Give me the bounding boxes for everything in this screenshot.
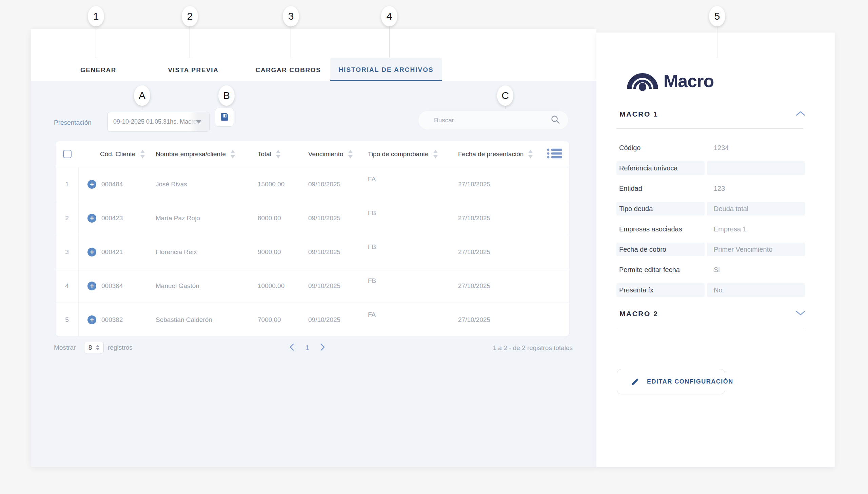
field-value: Primer Vencimiento xyxy=(707,243,805,256)
header-vencimiento[interactable]: Vencimiento xyxy=(308,150,368,158)
sort-icon[interactable] xyxy=(230,150,235,158)
divider xyxy=(616,328,803,328)
total-cell: 7000.00 xyxy=(258,316,308,324)
sort-icon[interactable] xyxy=(276,150,280,158)
field-row: Presenta fx No xyxy=(616,283,805,297)
table-row[interactable]: 3 + 000421 Florencia Reix 9000.00 09/10/… xyxy=(56,235,569,269)
edit-configuration-button[interactable]: EDITAR CONFIGURACIÓN xyxy=(617,369,725,394)
due-date-cell: 09/10/2025 xyxy=(308,316,368,324)
field-row: Empresas asociadas Empresa 1 xyxy=(616,222,805,236)
sort-icon[interactable] xyxy=(348,150,353,158)
field-label: Permite editar fecha xyxy=(616,263,705,277)
stepper-arrows-icon[interactable] xyxy=(96,345,99,350)
voucher-type-cell: FA xyxy=(368,316,458,324)
callout-badge-a: A xyxy=(134,86,150,106)
save-button[interactable] xyxy=(215,108,234,127)
tab-vista-previa[interactable]: VISTA PREVIA xyxy=(168,66,218,74)
chevron-down-icon xyxy=(188,112,209,131)
field-row: Permite editar fecha Si xyxy=(616,263,805,277)
field-value: 123 xyxy=(707,182,805,195)
sort-icon[interactable] xyxy=(433,150,438,158)
table-row[interactable]: 2 + 000423 María Paz Rojo 8000.00 09/10/… xyxy=(56,201,569,235)
files-table: Cód. Cliente Nombre empresa/cliente Tota… xyxy=(56,141,569,337)
field-value: Si xyxy=(707,263,805,277)
current-page[interactable]: 1 xyxy=(305,344,309,352)
tab-cargar-cobros[interactable]: CARGAR COBROS xyxy=(256,66,321,74)
presentation-select-value: 09-10-2025 01.05.31hs. Macro1 xyxy=(108,118,200,125)
accordion-macro1-title[interactable]: MACRO 1 xyxy=(620,110,658,118)
plus-icon[interactable]: + xyxy=(88,248,96,256)
show-label: Mostrar xyxy=(54,344,76,352)
total-cell: 15000.00 xyxy=(258,180,308,188)
plus-icon[interactable]: + xyxy=(88,282,96,290)
page-size-stepper[interactable] xyxy=(84,342,104,354)
client-name-cell: María Paz Rojo xyxy=(155,214,258,222)
field-label: Empresas asociadas xyxy=(616,222,705,236)
table-row[interactable]: 4 + 000384 Manuel Gastón 10000.00 09/10/… xyxy=(56,269,569,303)
field-value: No xyxy=(707,283,805,297)
field-value: Deuda total xyxy=(707,202,805,215)
field-row: Tipo deuda Deuda total xyxy=(616,202,805,215)
tab-generar[interactable]: GENERAR xyxy=(80,66,116,74)
row-index: 1 xyxy=(56,167,79,201)
table-row[interactable]: 1 + 000484 José Rivas 15000.00 09/10/202… xyxy=(56,167,569,201)
header-cod-cliente[interactable]: Cód. Cliente xyxy=(79,150,155,158)
presentation-date-cell: 27/10/2025 xyxy=(458,214,546,222)
search-box xyxy=(418,111,569,130)
macro-logo: Macro xyxy=(626,69,714,93)
plus-icon[interactable]: + xyxy=(88,180,96,189)
total-cell: 8000.00 xyxy=(258,214,308,222)
client-code-cell: + 000423 xyxy=(79,214,155,223)
field-row: Fecha de cobro Primer Vencimiento xyxy=(616,243,805,256)
table-header-row: Cód. Cliente Nombre empresa/cliente Tota… xyxy=(56,141,569,167)
chevron-left-icon xyxy=(289,343,294,352)
callout-badge-c: C xyxy=(497,86,513,106)
field-label: Referencia unívoca xyxy=(616,161,705,175)
select-all-checkbox[interactable] xyxy=(63,150,72,158)
pager-next-button[interactable] xyxy=(320,343,326,353)
pencil-icon xyxy=(631,377,640,386)
tab-historial-label: HISTORIAL DE ARCHIVOS xyxy=(338,66,433,74)
chevron-down-icon[interactable] xyxy=(795,310,806,318)
field-label: Presenta fx xyxy=(616,283,705,297)
header-nombre[interactable]: Nombre empresa/cliente xyxy=(155,150,258,158)
field-value xyxy=(707,161,805,175)
due-date-cell: 09/10/2025 xyxy=(308,282,368,290)
edit-configuration-label: EDITAR CONFIGURACIÓN xyxy=(647,378,733,385)
total-cell: 10000.00 xyxy=(258,282,308,290)
page-size-input[interactable] xyxy=(85,344,96,352)
table-row[interactable]: 5 + 000382 Sebastian Calderón 7000.00 09… xyxy=(56,303,569,337)
pager-prev-button[interactable] xyxy=(289,343,294,353)
plus-icon[interactable]: + xyxy=(88,214,96,223)
presentation-date-cell: 27/10/2025 xyxy=(458,282,546,290)
chevron-up-icon[interactable] xyxy=(795,111,806,118)
chevron-right-icon xyxy=(320,343,326,352)
callout-badge-2: 2 xyxy=(182,6,198,26)
header-tipo-comprobante[interactable]: Tipo de comprobante xyxy=(368,150,458,158)
list-icon xyxy=(547,154,563,160)
accordion-macro2-title[interactable]: MACRO 2 xyxy=(620,310,658,318)
presentation-select[interactable]: 09-10-2025 01.05.31hs. Macro1 xyxy=(108,112,209,132)
voucher-type-cell: FB xyxy=(368,248,458,256)
due-date-cell: 09/10/2025 xyxy=(308,248,368,256)
row-index: 4 xyxy=(56,269,79,303)
due-date-cell: 09/10/2025 xyxy=(308,214,368,222)
search-input[interactable] xyxy=(434,117,551,124)
tab-historial-de-archivos[interactable]: HISTORIAL DE ARCHIVOS xyxy=(330,58,442,81)
client-code-cell: + 000484 xyxy=(79,180,155,189)
header-columns-menu[interactable] xyxy=(546,148,569,160)
field-label: Entidad xyxy=(616,182,705,195)
field-label: Fecha de cobro xyxy=(616,243,705,256)
header-fecha-presentacion[interactable]: Fecha de presentación xyxy=(458,150,546,158)
field-label: Código xyxy=(616,141,705,154)
client-code-cell: + 000382 xyxy=(79,316,155,324)
presentation-date-cell: 27/10/2025 xyxy=(458,248,546,256)
plus-icon[interactable]: + xyxy=(88,316,96,324)
sort-icon[interactable] xyxy=(141,150,145,158)
header-checkbox-cell xyxy=(56,150,79,158)
search-icon xyxy=(551,115,560,126)
callout-badge-5: 5 xyxy=(709,6,725,26)
header-total[interactable]: Total xyxy=(258,150,308,158)
presentation-date-cell: 27/10/2025 xyxy=(458,180,546,188)
sort-icon[interactable] xyxy=(528,150,533,158)
